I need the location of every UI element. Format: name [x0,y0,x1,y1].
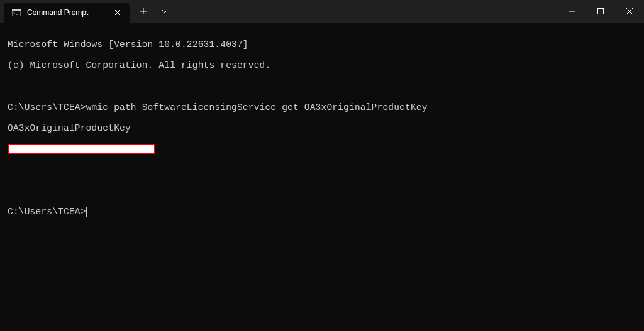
terminal-output[interactable]: Microsoft Windows [Version 10.0.22631.40… [0,23,644,234]
terminal-blank-line [8,186,636,197]
tab-title: Command Prompt [27,8,106,17]
terminal-blank-line [8,165,636,176]
maximize-icon [597,8,604,14]
terminal-prompt-path: C:\Users\TCEA> [8,102,86,112]
window-controls [557,0,644,23]
terminal-prompt-path: C:\Users\TCEA> [8,207,86,217]
tab-actions [130,0,175,23]
tab-close-button[interactable] [112,7,123,18]
terminal-line: Microsoft Windows [Version 10.0.22631.40… [8,40,636,50]
titlebar-drag-region[interactable] [175,0,557,23]
chevron-down-icon [162,9,168,13]
terminal-prompt-line: C:\Users\TCEA>wmic path SoftwareLicensin… [8,102,636,113]
terminal-cursor [86,207,87,217]
terminal-blank-line [8,81,636,92]
terminal-prompt-line: C:\Users\TCEA> [8,207,636,217]
window-close-button[interactable] [615,0,644,23]
terminal-command: wmic path SoftwareLicensingService get O… [86,102,428,112]
tab-command-prompt[interactable]: Command Prompt [4,3,130,23]
svg-rect-1 [12,9,21,11]
minimize-icon [569,8,575,14]
tab-dropdown-button[interactable] [155,1,175,21]
new-tab-button[interactable] [133,1,153,21]
close-icon [114,9,121,16]
svg-rect-8 [598,9,604,14]
terminal-redacted-line [8,144,636,155]
close-icon [626,8,633,14]
window-titlebar: Command Prompt [0,0,644,23]
terminal-icon [11,8,21,18]
plus-icon [140,8,147,14]
redacted-product-key [8,144,155,154]
minimize-button[interactable] [557,0,586,23]
maximize-button[interactable] [586,0,615,23]
terminal-output-header: OA3xOriginalProductKey [8,123,636,134]
terminal-line: (c) Microsoft Corporation. All rights re… [8,60,636,71]
